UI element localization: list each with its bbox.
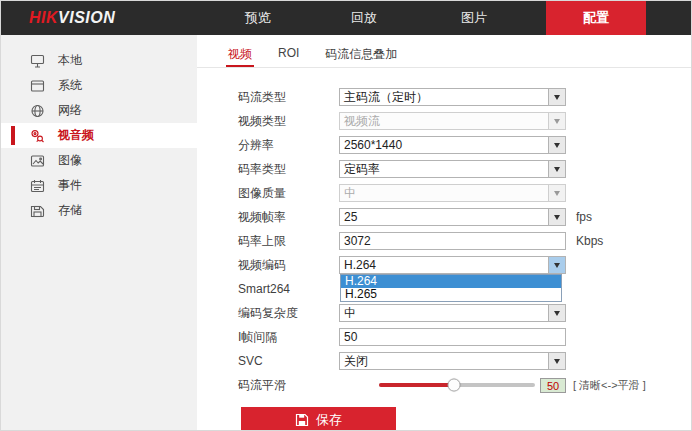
stream-smoothing-label: 码流平滑	[238, 377, 339, 394]
sidebar-item-storage[interactable]: 存储	[1, 198, 197, 223]
form-row: 码流平滑 50 [ 清晰<->平滑 ]	[238, 376, 691, 394]
select-value: 定码率	[340, 161, 548, 178]
dropdown-option-h265[interactable]: H.265	[341, 288, 561, 301]
select-value: 25	[340, 210, 548, 224]
logo-text-white: VISION	[58, 9, 115, 26]
sidebar-item-local[interactable]: 本地	[1, 48, 197, 73]
chevron-down-icon	[548, 113, 565, 129]
save-icon	[295, 413, 309, 427]
sidebar-item-image[interactable]: 图像	[1, 148, 197, 173]
chevron-down-icon[interactable]	[548, 353, 565, 369]
sidebar-item-audio-video[interactable]: 视音频	[1, 123, 197, 148]
video-type-select: 视频流	[339, 112, 566, 130]
hikvision-config-window: HIKVISION 预览 回放 图片 配置 本地 系统	[0, 0, 692, 431]
iframe-interval-input[interactable]	[339, 328, 566, 346]
video-encoding-select[interactable]: H.264 H.264 H.265	[339, 256, 566, 274]
storage-icon	[30, 204, 45, 218]
sidebar-item-label: 本地	[58, 52, 82, 69]
frame-rate-select[interactable]: 25	[339, 208, 566, 226]
sidebar-item-event[interactable]: 事件	[1, 173, 197, 198]
save-button[interactable]: 保存	[241, 407, 396, 431]
image-quality-label: 图像质量	[238, 185, 339, 202]
chevron-down-icon	[548, 185, 565, 201]
event-icon	[30, 179, 45, 193]
select-value: 2560*1440	[340, 138, 548, 152]
max-bitrate-label: 码率上限	[238, 233, 339, 250]
nav-picture[interactable]: 图片	[444, 1, 504, 35]
form-row: 图像质量 中	[238, 184, 691, 202]
monitor-icon	[30, 54, 45, 68]
slider-hint-label: [ 清晰<->平滑 ]	[573, 378, 646, 393]
chevron-down-icon[interactable]	[548, 161, 565, 177]
iframe-interval-label: I帧间隔	[238, 329, 339, 346]
resolution-select[interactable]: 2560*1440	[339, 136, 566, 154]
select-value: 主码流（定时）	[340, 89, 548, 106]
stream-smoothing-slider: 50 [ 清晰<->平滑 ]	[339, 378, 646, 393]
resolution-label: 分辨率	[238, 137, 339, 154]
save-button-label: 保存	[316, 411, 342, 429]
svc-select[interactable]: 关闭	[339, 352, 566, 370]
form-row: 码流类型 主码流（定时）	[238, 88, 691, 106]
form-row: 分辨率 2560*1440	[238, 136, 691, 154]
video-encoding-dropdown: H.264 H.265	[340, 274, 562, 302]
form-row: SVC 关闭	[238, 352, 691, 370]
image-quality-select: 中	[339, 184, 566, 202]
frame-rate-label: 视频帧率	[238, 209, 339, 226]
top-bar: HIKVISION 预览 回放 图片 配置	[1, 1, 691, 35]
form-row: 视频帧率 25 fps	[238, 208, 691, 226]
max-bitrate-input[interactable]	[339, 232, 566, 250]
tab-roi[interactable]: ROI	[276, 43, 301, 67]
sidebar-item-label: 网络	[58, 102, 82, 119]
image-icon	[30, 154, 45, 168]
logo-text-red: HIK	[29, 9, 58, 26]
video-type-label: 视频类型	[238, 113, 339, 130]
encoding-complexity-label: 编码复杂度	[238, 305, 339, 322]
audio-video-icon	[30, 129, 45, 143]
form-row: 码率类型 定码率	[238, 160, 691, 178]
form-row: 视频编码 H.264 H.264 H.265	[238, 256, 691, 274]
sidebar-item-label: 图像	[58, 152, 82, 169]
nav-preview[interactable]: 预览	[228, 1, 288, 35]
chevron-down-icon[interactable]	[548, 257, 565, 273]
chevron-down-icon[interactable]	[548, 137, 565, 153]
slider-value-box: 50	[540, 378, 566, 393]
encoding-complexity-select[interactable]: 中	[339, 304, 566, 322]
slider-thumb[interactable]	[447, 379, 460, 392]
tab-video[interactable]: 视频	[226, 43, 254, 67]
tab-stream-info-overlay[interactable]: 码流信息叠加	[323, 43, 399, 67]
select-value: H.264	[340, 258, 548, 272]
select-value: 中	[340, 185, 548, 202]
slider-fill	[379, 383, 454, 387]
video-encoding-label: 视频编码	[238, 257, 339, 274]
kbps-unit-label: Kbps	[576, 234, 603, 248]
tab-bar: 视频 ROI 码流信息叠加	[197, 43, 691, 68]
sidebar-item-network[interactable]: 网络	[1, 98, 197, 123]
fps-unit-label: fps	[576, 210, 592, 224]
smart264-label: Smart264	[238, 282, 339, 296]
sidebar-item-label: 存储	[58, 202, 82, 219]
system-icon	[30, 79, 45, 93]
chevron-down-icon[interactable]	[548, 209, 565, 225]
sidebar-item-label: 事件	[58, 177, 82, 194]
select-value: 视频流	[340, 113, 548, 130]
form-row: 码率上限 Kbps	[238, 232, 691, 250]
sidebar-item-label: 视音频	[58, 127, 94, 144]
network-icon	[30, 104, 45, 118]
video-settings-form: 码流类型 主码流（定时） 视频类型 视频流 分辨率	[197, 68, 691, 431]
select-value: 中	[340, 305, 548, 322]
form-row: 视频类型 视频流	[238, 112, 691, 130]
select-value: 关闭	[340, 353, 548, 370]
form-row: I帧间隔	[238, 328, 691, 346]
sidebar: 本地 系统 网络 视音频	[1, 35, 197, 431]
chevron-down-icon[interactable]	[548, 89, 565, 105]
stream-type-select[interactable]: 主码流（定时）	[339, 88, 566, 106]
slider-track[interactable]	[379, 383, 535, 387]
main-panel: 视频 ROI 码流信息叠加 码流类型 主码流（定时） 视频类型 视频流	[197, 35, 691, 431]
nav-configuration[interactable]: 配置	[546, 1, 646, 35]
sidebar-item-system[interactable]: 系统	[1, 73, 197, 98]
nav-playback[interactable]: 回放	[334, 1, 394, 35]
bitrate-type-select[interactable]: 定码率	[339, 160, 566, 178]
chevron-down-icon[interactable]	[548, 305, 565, 321]
svc-label: SVC	[238, 354, 339, 368]
bitrate-type-label: 码率类型	[238, 161, 339, 178]
